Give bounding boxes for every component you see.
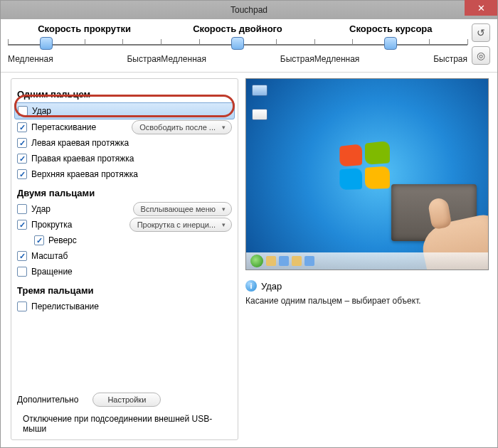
info-description: Касание одним пальцем – выбирает объект. xyxy=(245,296,489,306)
label: Правая краевая протяжка xyxy=(31,154,134,164)
slider-cursor-speed: Скорость курсора Медленная Быстрая xyxy=(314,23,467,64)
checkbox[interactable] xyxy=(17,154,27,164)
row-one-top-edge[interactable]: Верхняя краевая протяжка xyxy=(17,166,232,182)
checkbox[interactable] xyxy=(17,138,27,148)
checkbox[interactable] xyxy=(18,106,28,116)
info-title-row: i Удар xyxy=(245,280,489,292)
taskbar xyxy=(246,252,488,270)
section-one-finger: Одним пальцем xyxy=(17,89,232,100)
row-one-right-edge[interactable]: Правая краевая протяжка xyxy=(17,151,232,166)
label: Прокрутка xyxy=(31,220,72,230)
label: Верхняя краевая протяжка xyxy=(31,169,138,179)
slider-title: Скорость курсора xyxy=(349,23,432,34)
row-two-zoom[interactable]: Масштаб xyxy=(17,248,232,264)
taskbar-icon xyxy=(266,256,276,266)
info-title: Удар xyxy=(261,281,282,292)
label: Вращение xyxy=(31,267,73,277)
checkbox[interactable] xyxy=(17,302,27,311)
slider-scroll-speed: Скорость прокрутки Медленная Быстрая xyxy=(8,23,161,64)
row-three-flick[interactable]: Перелистывание xyxy=(17,299,232,314)
body: Одним пальцем Удар Перетаскивание Освобо… xyxy=(1,73,497,447)
label-fast: Быстрая xyxy=(433,54,467,64)
start-orb-icon xyxy=(250,255,263,267)
taskbar-icon xyxy=(304,256,314,266)
drag-release-combo[interactable]: Освободить после ... xyxy=(132,120,232,134)
preview-pane: i Удар Касание одним пальцем – выбирает … xyxy=(245,78,489,440)
checkbox[interactable] xyxy=(34,235,44,245)
windows-logo-icon xyxy=(338,144,389,189)
taskbar-icon xyxy=(292,256,302,266)
row-one-drag[interactable]: Перетаскивание Освободить после ... xyxy=(17,119,232,135)
desktop-icon xyxy=(252,109,269,126)
label: Левая краевая протяжка xyxy=(31,138,129,148)
row-two-reverse[interactable]: Реверс xyxy=(17,233,232,248)
row-two-scroll[interactable]: Прокрутка Прокрутка с инерци... xyxy=(17,217,232,233)
defaults-button[interactable]: ◎ xyxy=(472,46,490,65)
slider-title: Скорость двойного xyxy=(193,23,282,34)
label-slow: Медленная xyxy=(314,54,360,64)
section-two-fingers: Двумя пальцами xyxy=(17,188,232,198)
label: Удар xyxy=(31,204,51,214)
disable-on-usb-row[interactable]: Отключение при подсоединении внешней USB… xyxy=(17,414,232,434)
undo-button[interactable]: ↺ xyxy=(472,23,490,42)
checkbox[interactable] xyxy=(17,122,27,132)
section-three-fingers: Тремя пальцами xyxy=(17,285,232,296)
label: Отключение при подсоединении внешней USB… xyxy=(23,414,232,434)
label: Перелистывание xyxy=(31,302,99,311)
label: Реверс xyxy=(48,235,77,245)
label: Удар xyxy=(32,106,51,116)
sliders-row: Скорость прокрутки Медленная Быстрая Ско… xyxy=(1,19,497,73)
slider-title: Скорость прокрутки xyxy=(38,23,131,34)
row-two-tap[interactable]: Удар Всплывающее меню xyxy=(17,201,232,217)
two-scroll-combo[interactable]: Прокрутка с инерци... xyxy=(129,218,232,232)
side-buttons: ↺ ◎ xyxy=(472,23,490,65)
extra-row: Дополнительно Настройки xyxy=(17,393,232,407)
label-slow: Медленная xyxy=(8,54,53,64)
row-two-rotate[interactable]: Вращение xyxy=(17,264,232,279)
checkbox[interactable] xyxy=(17,251,27,261)
label-fast: Быстрая xyxy=(127,54,161,64)
desktop-icon xyxy=(252,85,269,102)
target-icon: ◎ xyxy=(477,50,485,61)
double-speed-slider[interactable] xyxy=(161,37,314,53)
touchpad-settings-window: Touchpad ✕ Скорость прокрутки Медленная … xyxy=(0,0,498,448)
row-one-left-edge[interactable]: Левая краевая протяжка xyxy=(17,135,232,151)
extra-settings-button[interactable]: Настройки xyxy=(92,393,161,407)
checkbox[interactable] xyxy=(17,220,27,230)
window-title: Touchpad xyxy=(1,5,497,15)
slider-double-speed: Скорость двойного Медленная Быстрая xyxy=(161,23,314,64)
checkbox[interactable] xyxy=(17,267,27,277)
gesture-preview xyxy=(245,78,489,270)
taskbar-icon xyxy=(279,256,289,266)
label: Перетаскивание xyxy=(31,122,96,132)
info-icon: i xyxy=(245,280,257,292)
label-slow: Медленная xyxy=(161,54,206,64)
close-button[interactable]: ✕ xyxy=(465,0,497,16)
label-fast: Быстрая xyxy=(280,54,314,64)
checkbox[interactable] xyxy=(17,169,27,179)
label: Масштаб xyxy=(31,251,68,261)
close-icon: ✕ xyxy=(477,3,485,14)
gestures-list: Одним пальцем Удар Перетаскивание Освобо… xyxy=(11,78,238,440)
extra-label: Дополнительно xyxy=(17,395,78,405)
checkbox[interactable] xyxy=(17,204,27,214)
titlebar: Touchpad ✕ xyxy=(1,1,497,19)
scroll-speed-slider[interactable] xyxy=(8,37,161,53)
cursor-speed-slider[interactable] xyxy=(314,37,467,53)
undo-icon: ↺ xyxy=(477,27,485,38)
row-one-tap[interactable]: Удар xyxy=(14,102,235,119)
two-tap-combo[interactable]: Всплывающее меню xyxy=(133,202,232,216)
